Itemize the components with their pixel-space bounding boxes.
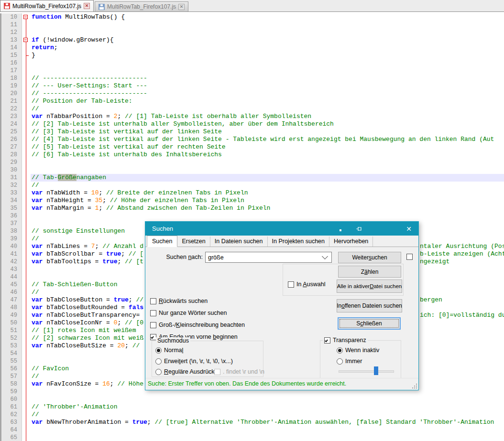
checkbox-box — [324, 337, 330, 344]
fold-margin — [22, 258, 31, 266]
fold-collapse-icon[interactable] — [23, 38, 28, 42]
line-number: 44 — [0, 273, 22, 281]
resize-grip[interactable] — [412, 383, 417, 388]
tab-ersetzen[interactable]: Ersetzen — [177, 237, 210, 247]
find-all-current-button[interactable]: Alle in aktiver Datei suchen — [337, 280, 402, 293]
dialog-status-bar: Suche: Erster Treffer von oben. Das Ende… — [145, 378, 418, 390]
radio-circle — [155, 358, 162, 365]
transparency-slider[interactable] — [339, 366, 394, 375]
code-line: 21// Position der Tab-Leiste: — [0, 97, 504, 105]
search-input[interactable]: größe — [205, 252, 332, 263]
close-icon[interactable]: ✕ — [399, 222, 418, 236]
fold-margin — [22, 120, 31, 128]
code-text: } — [31, 52, 504, 59]
checkbox-box — [214, 369, 220, 375]
line-number: 31 — [0, 174, 22, 182]
fold-margin[interactable] — [22, 36, 31, 44]
tab-in-dateien-suchen[interactable]: In Dateien suchen — [210, 237, 268, 247]
close-tab-icon[interactable]: ✕ — [84, 3, 90, 9]
fold-margin — [22, 197, 31, 204]
chevron-down-icon[interactable] — [322, 253, 328, 259]
code-fragment: ntaler Ausrichtung (Pos — [420, 243, 504, 250]
fold-margin — [22, 388, 31, 396]
code-fragment: bergen — [420, 296, 442, 304]
find-all-open-docs-button[interactable]: In offenen Dateien suchen — [337, 299, 402, 312]
fold-margin — [22, 327, 31, 334]
code-line: 62// — [0, 411, 504, 419]
line-number: 28 — [0, 151, 22, 159]
pin-icon[interactable] — [356, 226, 362, 232]
code-text: // ---------------------------- — [31, 75, 504, 82]
on-losing-focus-radio[interactable]: Wenn inaktiv — [337, 347, 379, 354]
close-tab-icon[interactable]: ✕ — [178, 4, 185, 10]
line-number: 63 — [0, 419, 22, 426]
line-number: 50 — [0, 319, 22, 327]
dialog-titlebar[interactable]: Suchen ✕ — [145, 222, 418, 236]
editor-tab-bar: MultiRowTab_Firefox107.js ✕ MultiRowTab_… — [0, 0, 504, 12]
code-text — [31, 159, 504, 166]
code-text: // [4] Tab-Leiste ist vertikal auf der l… — [31, 136, 504, 143]
fold-margin — [22, 380, 31, 388]
fold-margin — [22, 67, 31, 75]
regex-radio[interactable]: Reguläre Ausdrücke — [155, 368, 218, 375]
on-losing-focus-label: Wenn inaktiv — [345, 347, 379, 354]
extended-radio[interactable]: Erweitert (\n, \r, \t, \0, \x...) — [155, 358, 233, 365]
code-text — [31, 426, 504, 434]
checkbox-box — [150, 298, 156, 304]
line-number: 62 — [0, 411, 22, 419]
normal-radio[interactable]: Normal — [155, 347, 183, 354]
fold-margin — [22, 136, 31, 143]
radio-circle — [337, 347, 343, 354]
editor-tab-2[interactable]: MultiRowTab_Firefox107.js ✕ — [95, 1, 188, 11]
tab-hervorheben[interactable]: Hervorheben — [329, 237, 373, 247]
code-text — [31, 21, 504, 29]
transparency-checkbox[interactable]: Transparenz — [323, 337, 368, 344]
line-number: 52 — [0, 334, 22, 342]
code-line: 61// 'Throbber'-Animation — [0, 403, 504, 411]
close-button[interactable]: Schließen — [338, 317, 401, 330]
code-text: function MultiRowTabs() { — [31, 13, 504, 21]
line-number: 25 — [0, 128, 22, 136]
line-number: 58 — [0, 380, 22, 388]
regex-label: Reguläre Ausdrücke — [164, 368, 218, 375]
fold-margin — [22, 52, 31, 59]
in-selection-checkbox[interactable]: In Auswahl — [288, 281, 325, 288]
fold-margin — [22, 304, 31, 312]
fold-collapse-icon[interactable] — [23, 15, 28, 19]
tab-in-projekten-suchen[interactable]: In Projekten suchen — [268, 237, 330, 247]
count-button[interactable]: Zählen — [338, 266, 401, 278]
slider-thumb[interactable] — [374, 366, 378, 375]
fold-margin — [22, 44, 31, 52]
tab-suchen[interactable]: Suchen — [147, 236, 177, 247]
line-number: 22 — [0, 105, 22, 113]
backwards-checkbox[interactable]: Rückwärts suchen — [150, 298, 208, 304]
line-number: 13 — [0, 36, 22, 44]
slider-track — [339, 370, 394, 373]
match-case-label: Groß-/Kleinschreibung beachten — [159, 322, 245, 328]
find-next-button[interactable]: Weiter suchen — [338, 252, 401, 263]
fold-margin — [22, 97, 31, 105]
code-text: // Tab-Größenangaben — [31, 174, 504, 182]
always-label: Immer — [345, 358, 362, 365]
editor-tab-1[interactable]: MultiRowTab_Firefox107.js ✕ — [0, 0, 94, 11]
code-text: var nTabbarPosition = 2; // [1] Tab-Leis… — [31, 113, 504, 120]
unlabeled-checkbox[interactable] — [406, 254, 413, 260]
line-number: 27 — [0, 143, 22, 151]
fold-margin — [22, 113, 31, 120]
code-line: 36 — [0, 212, 504, 220]
code-line: 64 — [0, 426, 504, 434]
line-number: 10 — [0, 13, 22, 21]
always-radio[interactable]: Immer — [337, 358, 362, 365]
line-number: 55 — [0, 357, 22, 365]
whole-word-checkbox[interactable]: Nur ganze Wörter suchen — [150, 310, 227, 316]
code-fragment: ich: [0]=vollständig du — [420, 312, 504, 319]
fold-margin — [22, 250, 31, 258]
line-number: 38 — [0, 227, 22, 235]
line-number: 57 — [0, 373, 22, 380]
match-case-checkbox[interactable]: Groß-/Kleinschreibung beachten — [150, 322, 245, 328]
line-number: 39 — [0, 235, 22, 243]
code-text — [31, 67, 504, 75]
code-line: 34var nTabHeight = 35; // Höhe der einze… — [0, 197, 504, 204]
fold-margin — [22, 411, 31, 419]
fold-margin[interactable] — [22, 13, 31, 21]
